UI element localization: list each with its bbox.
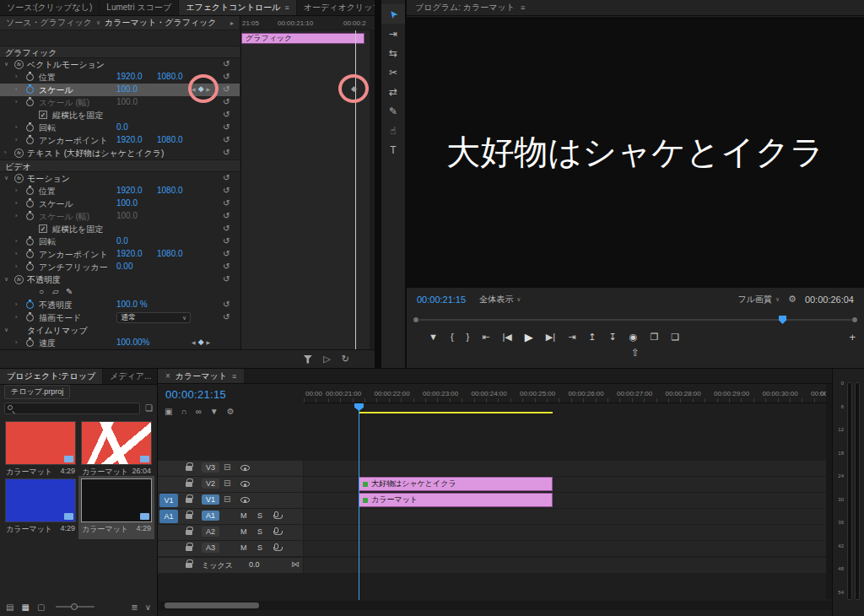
scrubber-track[interactable] [419,319,851,321]
sync-lock-icon[interactable]: ⊟ [224,494,230,504]
track-name[interactable]: A1 [202,511,219,521]
param-value[interactable]: 1920.0 [116,186,143,195]
tab-lumetri-scopes[interactable]: Lumetri スコープ [100,0,179,15]
effect-row[interactable]: ›描画モード通常∨↺ [0,311,240,324]
stopwatch-icon[interactable] [26,314,34,322]
param-value[interactable]: 0.0 [116,236,128,246]
multi-view-button[interactable]: ❏ [671,332,679,343]
go-to-out-button[interactable]: ⇥ [568,332,575,343]
twirl-icon[interactable]: › [15,86,17,92]
effect-row[interactable]: ›位置1920.01080.0↺ [0,185,240,197]
twirl-icon[interactable]: › [15,99,17,105]
reset-icon[interactable]: ↺ [223,110,230,119]
tab-audio-clip-mixer[interactable]: オーディオクリップミキ [297,0,375,15]
scrollbar-thumb[interactable] [165,602,259,608]
stopwatch-icon[interactable] [26,187,34,195]
master-track-lane[interactable] [304,558,832,573]
add-marker-button[interactable]: ▼ [429,332,438,342]
bin-item[interactable]: カラーマット26:04 [81,421,152,479]
reset-icon[interactable]: ↺ [223,122,230,132]
fx-badge-icon[interactable]: fx [14,174,24,183]
twirl-icon[interactable]: › [15,124,17,130]
twirl-icon[interactable]: ∨ [4,327,8,333]
effect-row[interactable]: ✓縦横比を固定↺ [0,109,240,122]
bin-item[interactable]: カラーマット4:29 [5,421,76,479]
param-value[interactable]: 100.0 [116,198,138,208]
comparison-view-button[interactable]: ❐ [650,332,658,343]
keyframe-diamond-icon[interactable]: ◆ [351,84,357,93]
effect-row[interactable]: ›fxテキスト (大好物はシャケとイクラ)↺ [0,147,240,159]
checkbox[interactable]: ✓ [39,224,47,233]
stopwatch-icon[interactable] [26,238,34,246]
effect-row[interactable]: ✓縦横比を固定↺ [0,223,240,235]
mini-timeline-playhead[interactable] [355,30,356,349]
filter-properties-icon[interactable] [303,355,312,364]
twirl-icon[interactable]: ∨ [4,175,8,181]
thumbnail-zoom-slider[interactable] [56,606,94,608]
track-lane[interactable] [304,541,832,556]
program-scrubber[interactable] [413,316,857,324]
effect-row[interactable]: ›スケール100.0↺ [0,197,240,210]
tab-media-browser[interactable]: メディア... [103,369,157,384]
twirl-icon[interactable]: › [15,251,17,257]
track-lock-icon[interactable] [186,510,192,519]
fx-badge-icon[interactable]: fx [14,149,24,158]
reset-icon[interactable]: ↺ [223,72,230,81]
mark-in-button[interactable]: { [451,332,454,342]
effect-row[interactable]: ›速度100.00%◀◆▶ [0,337,240,349]
reset-icon[interactable]: ↺ [223,97,230,106]
track-lock-icon[interactable] [186,526,192,535]
param-value[interactable]: 1920.0 [116,135,143,144]
playback-quality-select[interactable]: フル画質 ∨ [737,294,780,305]
stopwatch-icon[interactable] [26,251,34,258]
param-value[interactable]: 1080.0 [157,135,183,144]
param-value[interactable]: 100.0 [116,97,138,106]
master-volume-value[interactable]: 0.0 [249,560,260,569]
previous-keyframe-icon[interactable]: ◀ [192,339,196,345]
reset-icon[interactable]: ↺ [223,59,230,68]
reset-icon[interactable]: ↺ [223,262,230,271]
list-view-icon[interactable]: ▤ [6,602,14,612]
ripple-edit-tool[interactable]: ⇆ [381,43,405,62]
effect-row[interactable]: ○▱✎ [0,286,240,299]
monitor-settings-icon[interactable]: ⚙ [788,294,796,305]
rect-mask-icon[interactable]: ▱ [52,287,59,296]
razor-tool[interactable]: ✂ [381,62,405,82]
scrubber-left-handle[interactable] [413,317,418,322]
twirl-icon[interactable]: › [15,314,17,320]
pen-tool[interactable]: ✎ [381,101,405,121]
param-value[interactable]: 100.00% [116,338,149,347]
twirl-icon[interactable]: › [15,301,17,307]
bin-item[interactable]: カラーマット4:29 [81,478,152,537]
sync-lock-icon[interactable]: ⊟ [224,462,230,472]
track-name[interactable]: A2 [202,527,219,537]
mute-button[interactable]: M [240,527,247,536]
track-lock-icon[interactable] [186,559,192,568]
timeline-vertical-scrollbar[interactable] [826,384,832,599]
timeline-horizontal-scrollbar[interactable] [158,601,832,610]
mark-out-button[interactable]: } [467,332,470,342]
effect-row[interactable]: ∨fxベクトルモーション↺ [0,58,240,71]
bin-item[interactable]: カラーマット4:29 [5,478,76,537]
param-value[interactable]: 0.00 [116,262,132,271]
track-lane[interactable]: 大好物はシャケとイクラ [304,477,832,492]
timeline-clip[interactable]: 大好物はシャケとイクラ [359,477,553,491]
reset-icon[interactable]: ↺ [223,249,230,258]
twirl-icon[interactable]: › [15,263,17,269]
twirl-icon[interactable]: › [15,238,17,244]
blend-mode-select[interactable]: 通常∨ [116,312,191,323]
search-options-icon[interactable]: ❏ [145,403,153,413]
param-value[interactable]: 0.0 [116,122,128,132]
param-value[interactable]: 1920.0 [116,249,143,258]
work-area-bar[interactable] [359,412,553,413]
freeform-view-icon[interactable]: ▢ [37,602,45,612]
toggle-keyframe-icon[interactable]: ◆ [198,84,204,93]
checkbox[interactable]: ✓ [39,111,47,119]
project-file-label[interactable]: テロップ.prproj [4,385,70,399]
voiceover-record-icon[interactable] [274,527,278,533]
track-lane[interactable] [304,461,832,476]
solo-button[interactable]: S [257,527,262,536]
reset-icon[interactable]: ↺ [223,236,230,246]
effect-panel-scrollbar[interactable] [370,30,375,349]
solo-button[interactable]: S [257,511,262,520]
